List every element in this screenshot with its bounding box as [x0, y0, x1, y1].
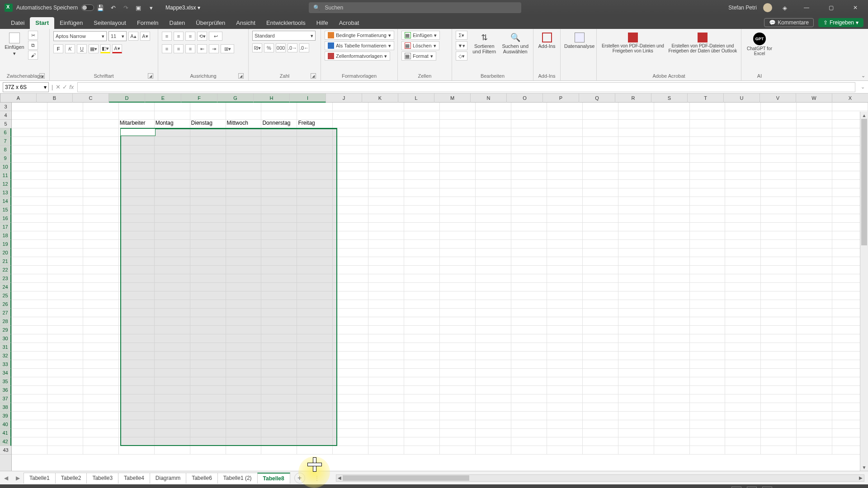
diamond-icon[interactable]: ◈	[781, 4, 789, 12]
cell-I8[interactable]	[297, 145, 333, 154]
cell-D17[interactable]	[119, 223, 155, 231]
cell-M40[interactable]	[440, 420, 476, 428]
cell-X3[interactable]	[832, 103, 868, 111]
cell-T35[interactable]	[690, 377, 726, 385]
cell-K41[interactable]	[368, 429, 404, 437]
cell-D38[interactable]	[119, 403, 155, 411]
cell-J14[interactable]	[333, 197, 368, 205]
cell-H9[interactable]	[261, 154, 297, 162]
cell-O21[interactable]	[511, 257, 547, 265]
cell-P13[interactable]	[547, 188, 583, 197]
cell-A22[interactable]	[12, 266, 47, 274]
cell-K20[interactable]	[368, 249, 404, 257]
row-header-18[interactable]: 18	[0, 231, 11, 240]
cell-S34[interactable]	[654, 369, 690, 377]
cell-F32[interactable]	[190, 352, 226, 360]
cell-U18[interactable]	[725, 231, 761, 239]
cell-D15[interactable]	[119, 206, 155, 214]
cell-B21[interactable]	[47, 257, 83, 265]
cell-C16[interactable]	[83, 214, 119, 222]
cell-L42[interactable]	[404, 437, 440, 446]
cell-C9[interactable]	[83, 154, 119, 162]
paste-button[interactable]: Einfügen ▾	[4, 31, 25, 56]
cell-J5[interactable]	[333, 120, 368, 128]
cell-K42[interactable]	[368, 437, 404, 446]
cell-L37[interactable]	[404, 394, 440, 403]
cell-H22[interactable]	[261, 266, 297, 274]
cell-O31[interactable]	[511, 343, 547, 351]
cell-O26[interactable]	[511, 300, 547, 308]
cell-S40[interactable]	[654, 420, 690, 428]
col-header-O[interactable]: O	[507, 94, 543, 103]
cell-T33[interactable]	[690, 360, 726, 368]
addins-button[interactable]: Add-Ins	[537, 31, 557, 49]
cell-B17[interactable]	[47, 223, 83, 231]
cell-L35[interactable]	[404, 377, 440, 385]
cell-L9[interactable]	[404, 154, 440, 162]
col-header-G[interactable]: G	[217, 94, 254, 103]
cell-P17[interactable]	[547, 223, 583, 231]
cell-E13[interactable]	[155, 188, 190, 197]
cell-L11[interactable]	[404, 171, 440, 179]
cell-M28[interactable]	[440, 317, 476, 325]
cell-W7[interactable]	[797, 137, 832, 145]
cell-P21[interactable]	[547, 257, 583, 265]
minimize-button[interactable]: —	[797, 1, 816, 14]
cell-Q27[interactable]	[583, 309, 618, 317]
cell-W14[interactable]	[797, 197, 832, 205]
cell-C35[interactable]	[83, 377, 119, 385]
cell-S7[interactable]	[654, 137, 690, 145]
cell-A4[interactable]	[12, 111, 47, 119]
cell-V3[interactable]	[761, 103, 797, 111]
cell-E16[interactable]	[155, 214, 190, 222]
cell-Q16[interactable]	[583, 214, 618, 222]
cell-E37[interactable]	[155, 394, 190, 403]
cell-R42[interactable]	[618, 437, 654, 446]
cell-G38[interactable]	[226, 403, 262, 411]
cell-T13[interactable]	[690, 188, 726, 197]
cell-M14[interactable]	[440, 197, 476, 205]
cell-T36[interactable]	[690, 386, 726, 394]
cell-O39[interactable]	[511, 412, 547, 420]
cell-O7[interactable]	[511, 137, 547, 145]
cell-C4[interactable]	[83, 111, 119, 119]
cell-R32[interactable]	[618, 352, 654, 360]
cell-T27[interactable]	[690, 309, 726, 317]
cell-U25[interactable]	[725, 291, 761, 300]
cell-S18[interactable]	[654, 231, 690, 239]
cell-L19[interactable]	[404, 240, 440, 248]
cell-S28[interactable]	[654, 317, 690, 325]
cell-E9[interactable]	[155, 154, 190, 162]
cell-V43[interactable]	[761, 446, 797, 454]
cell-J21[interactable]	[333, 257, 368, 265]
cell-F29[interactable]	[190, 326, 226, 334]
cell-A23[interactable]	[12, 274, 47, 282]
cell-A3[interactable]	[12, 103, 47, 111]
cell-P30[interactable]	[547, 334, 583, 343]
cell-I42[interactable]	[297, 437, 333, 446]
cell-O16[interactable]	[511, 214, 547, 222]
cell-J35[interactable]	[333, 377, 368, 385]
cell-M38[interactable]	[440, 403, 476, 411]
cell-D18[interactable]	[119, 231, 155, 239]
camera-icon[interactable]: ▣	[134, 4, 142, 12]
cell-S3[interactable]	[654, 103, 690, 111]
cell-B5[interactable]	[47, 120, 83, 128]
cell-Q7[interactable]	[583, 137, 618, 145]
underline-button[interactable]: U	[77, 44, 87, 53]
cell-W9[interactable]	[797, 154, 832, 162]
cell-V40[interactable]	[761, 420, 797, 428]
cell-B35[interactable]	[47, 377, 83, 385]
cell-P34[interactable]	[547, 369, 583, 377]
cell-C41[interactable]	[83, 429, 119, 437]
col-header-I[interactable]: I	[290, 94, 326, 103]
align-left-icon[interactable]: ≡	[162, 44, 172, 53]
cell-B3[interactable]	[47, 103, 83, 111]
cell-T24[interactable]	[690, 283, 726, 291]
cell-E33[interactable]	[155, 360, 190, 368]
col-header-N[interactable]: N	[471, 94, 507, 103]
cell-S24[interactable]	[654, 283, 690, 291]
cell-U33[interactable]	[725, 360, 761, 368]
cell-F30[interactable]	[190, 334, 226, 343]
cell-L29[interactable]	[404, 326, 440, 334]
